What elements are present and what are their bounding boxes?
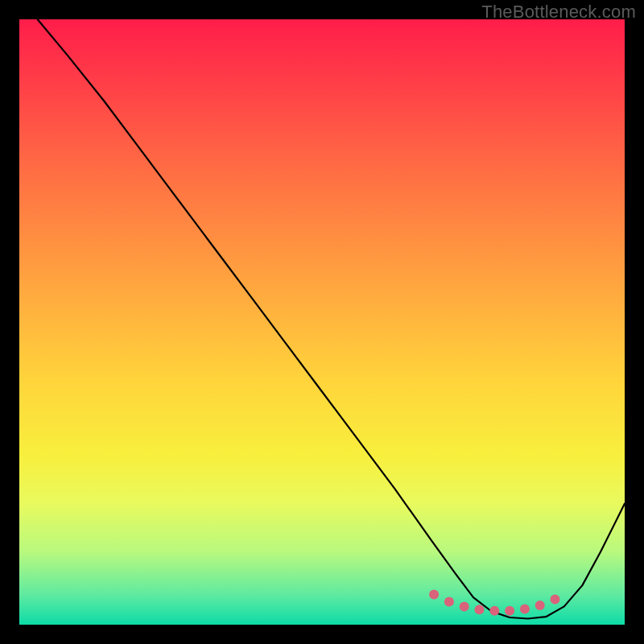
marker-dot xyxy=(460,601,469,611)
marker-dot xyxy=(444,597,454,606)
chart-frame: TheBottleneck.com xyxy=(0,0,644,644)
marker-dot xyxy=(429,589,439,599)
optimal-range-markers xyxy=(429,589,559,615)
marker-dot xyxy=(489,606,499,616)
marker-dot xyxy=(551,594,560,604)
marker-dot xyxy=(520,604,530,613)
bottleneck-curve-line xyxy=(38,19,625,619)
chart-svg xyxy=(19,19,625,625)
marker-dot xyxy=(535,601,545,610)
marker-dot xyxy=(475,605,485,614)
marker-dot xyxy=(505,606,514,616)
chart-plot-area xyxy=(19,19,625,625)
